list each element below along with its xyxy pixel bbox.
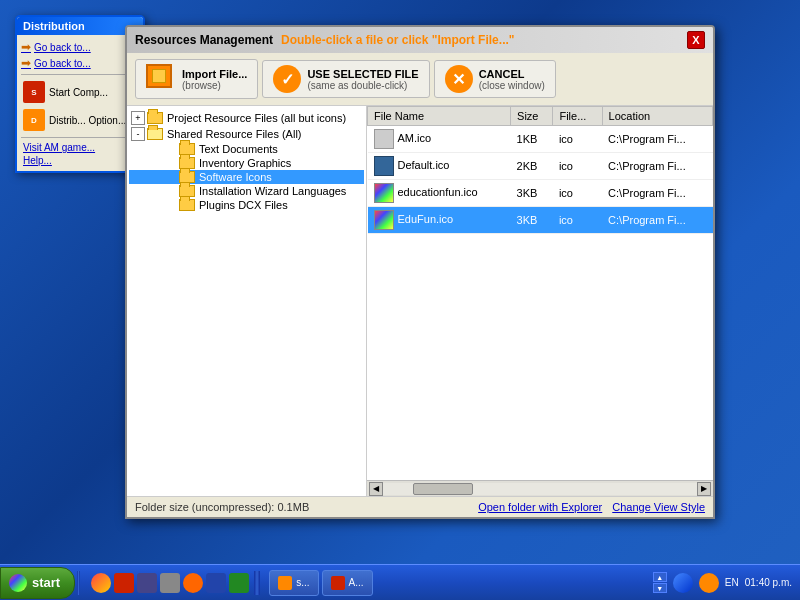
tree-label-inventory: Inventory Graphics: [199, 157, 291, 169]
taskbar: start s... A... ▲ ▼ EN: [0, 564, 800, 600]
import-file-button[interactable]: Import File... (browse): [135, 59, 258, 99]
status-bar: Folder size (uncompressed): 0.1MB Open f…: [127, 496, 713, 517]
windows-logo-icon: [9, 574, 27, 592]
file-name-cell: AM.ico: [368, 126, 511, 153]
scroll-nav[interactable]: ▲ ▼: [653, 572, 667, 593]
taskbar-right: ▲ ▼ EN 01:40 p.m.: [645, 572, 800, 593]
divider-2: [21, 137, 139, 138]
folder-icon-shared: [147, 128, 163, 140]
toolbar: Import File... (browse) ✓ USE SELECTED F…: [127, 53, 713, 106]
table-row[interactable]: AM.ico1KBicoC:\Program Fi...: [368, 126, 713, 153]
app-icon-1[interactable]: [114, 573, 134, 593]
dialog-titlebar: Resources Management Double-click a file…: [127, 27, 713, 53]
taskbar-item-1-label: s...: [296, 577, 309, 588]
file-name-cell: EduFun.ico: [368, 207, 511, 234]
start-button[interactable]: start: [0, 567, 75, 599]
tree-label-project: Project Resource Files (all but icons): [167, 112, 346, 124]
dialog-close-button[interactable]: X: [687, 31, 705, 49]
scroll-left-button[interactable]: ◀: [369, 482, 383, 496]
tree-label-text: Text Documents: [199, 143, 278, 155]
change-view-link[interactable]: Change View Style: [612, 501, 705, 513]
bg-link-1[interactable]: ➡ Go back to...: [21, 39, 139, 55]
taskbar-item-2[interactable]: A...: [322, 570, 373, 596]
scroll-up-icon[interactable]: ▲: [653, 572, 667, 582]
quick-launch: [87, 570, 266, 596]
import-btn-text: Import File... (browse): [182, 68, 247, 91]
app-icon-2[interactable]: [137, 573, 157, 593]
resources-dialog: Resources Management Double-click a file…: [125, 25, 715, 519]
tree-panel[interactable]: + Project Resource Files (all but icons)…: [127, 106, 367, 496]
scroll-right-button[interactable]: ▶: [697, 482, 711, 496]
menu-item-distrib[interactable]: D Distrib... Option...: [21, 106, 139, 134]
chrome-icon[interactable]: [91, 573, 111, 593]
tree-toggle-shared[interactable]: -: [131, 127, 145, 141]
cancel-button[interactable]: ✕ CANCEL (close window): [434, 60, 556, 98]
clock: 01:40 p.m.: [745, 577, 792, 588]
file-location-cell: C:\Program Fi...: [602, 153, 712, 180]
weather-icon: [699, 573, 719, 593]
dialog-title-left: Resources Management Double-click a file…: [135, 33, 514, 47]
open-folder-link[interactable]: Open folder with Explorer: [478, 501, 602, 513]
taskbar-item-1[interactable]: s...: [269, 570, 318, 596]
tree-item-plugins[interactable]: Plugins DCX Files: [129, 198, 364, 212]
file-type-cell: ico: [553, 126, 602, 153]
table-row[interactable]: educationfun.ico3KBicoC:\Program Fi...: [368, 180, 713, 207]
import-btn-line2: (browse): [182, 80, 247, 91]
col-header-filetype[interactable]: File...: [553, 107, 602, 126]
x-icon: ✕: [445, 65, 473, 93]
help-link[interactable]: Help...: [21, 154, 139, 167]
folder-icon-plugins: [179, 199, 195, 211]
use-selected-button[interactable]: ✓ USE SELECTED FILE (same as double-clic…: [262, 60, 429, 98]
import-btn-line1: Import File...: [182, 68, 247, 80]
scroll-thumb[interactable]: [413, 483, 473, 495]
menu-item-start-label: Start Comp...: [49, 87, 108, 98]
file-type-cell: ico: [553, 207, 602, 234]
bg-window-title-text: Distribution: [23, 20, 85, 32]
app-icon-4[interactable]: [206, 573, 226, 593]
dialog-title-hint: Double-click a file or click "Import Fil…: [281, 33, 514, 47]
tree-item-project[interactable]: + Project Resource Files (all but icons): [129, 110, 364, 126]
bg-link-1-label: Go back to...: [34, 42, 91, 53]
col-header-filename[interactable]: File Name: [368, 107, 511, 126]
firefox-icon[interactable]: [183, 573, 203, 593]
tree-item-wizard[interactable]: Installation Wizard Languages: [129, 184, 364, 198]
tree-toggle-project[interactable]: +: [131, 111, 145, 125]
arrow-icon-1: ➡: [21, 40, 31, 54]
file-table-body: AM.ico1KBicoC:\Program Fi...Default.ico2…: [368, 126, 713, 234]
taskbar-item-2-label: A...: [349, 577, 364, 588]
visit-link[interactable]: Visit AM game...: [21, 141, 139, 154]
language-label: EN: [725, 577, 739, 588]
tree-item-shared[interactable]: - Shared Resource Files (All): [129, 126, 364, 142]
check-icon: ✓: [273, 65, 301, 93]
col-header-size[interactable]: Size: [511, 107, 553, 126]
distrib-icon: D: [23, 109, 45, 131]
horizontal-scrollbar[interactable]: ◀ ▶: [367, 480, 713, 496]
tree-item-text[interactable]: Text Documents: [129, 142, 364, 156]
table-row[interactable]: EduFun.ico3KBicoC:\Program Fi...: [368, 207, 713, 234]
import-icon: [146, 64, 176, 94]
file-type-cell: ico: [553, 153, 602, 180]
file-size-cell: 2KB: [511, 153, 553, 180]
taskbar-item-1-icon: [278, 576, 292, 590]
taskbar-section-sep: [254, 571, 260, 595]
start-icon: S: [23, 81, 45, 103]
folder-size-label: Folder size (uncompressed): 0.1MB: [135, 501, 309, 513]
tree-item-software[interactable]: Software Icons: [129, 170, 364, 184]
menu-item-start[interactable]: S Start Comp...: [21, 78, 139, 106]
app-icon-5[interactable]: [229, 573, 249, 593]
file-scroll-area[interactable]: File Name Size File... Location AM.ico1K…: [367, 106, 713, 480]
app-icon-3[interactable]: [160, 573, 180, 593]
taskbar-items: s... A...: [82, 570, 645, 596]
table-row[interactable]: Default.ico2KBicoC:\Program Fi...: [368, 153, 713, 180]
col-header-location[interactable]: Location: [602, 107, 712, 126]
taskbar-item-2-icon: [331, 576, 345, 590]
file-name-cell: educationfun.ico: [368, 180, 511, 207]
file-table: File Name Size File... Location AM.ico1K…: [367, 106, 713, 234]
use-selected-btn-line1: USE SELECTED FILE: [307, 68, 418, 80]
use-selected-btn-line2: (same as double-click): [307, 80, 418, 91]
scroll-down-icon[interactable]: ▼: [653, 583, 667, 593]
bg-link-2[interactable]: ➡ Go back to...: [21, 55, 139, 71]
file-location-cell: C:\Program Fi...: [602, 126, 712, 153]
start-label: start: [32, 575, 60, 590]
tree-item-inventory[interactable]: Inventory Graphics: [129, 156, 364, 170]
